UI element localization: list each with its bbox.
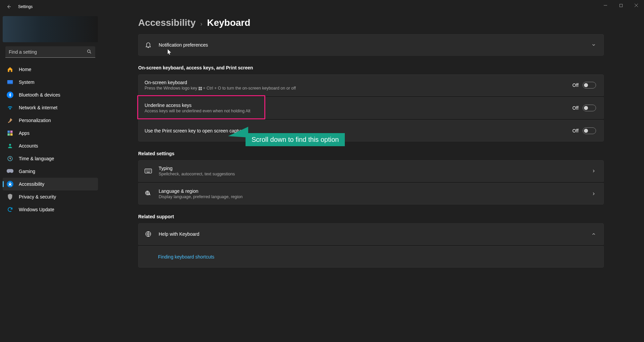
- onscreen-keyboard-row[interactable]: On-screen keyboard Press the Windows log…: [138, 74, 604, 96]
- nav-list: Home System Bluetooth & devices Network …: [3, 63, 98, 216]
- row-subtitle: Display language, preferred language, re…: [159, 194, 591, 199]
- windows-logo-icon: [199, 87, 202, 90]
- minimize-button[interactable]: [598, 0, 613, 11]
- row-title: On-screen keyboard: [145, 80, 573, 85]
- row-title: Notification preferences: [159, 42, 591, 48]
- svg-rect-13: [199, 89, 200, 90]
- bluetooth-icon: [7, 92, 13, 98]
- wifi-icon: [7, 104, 13, 111]
- svg-rect-3: [7, 84, 13, 84]
- maximize-button[interactable]: [613, 0, 629, 11]
- sidebar: Home System Bluetooth & devices Network …: [0, 13, 101, 216]
- onscreen-keyboard-toggle[interactable]: [583, 82, 596, 89]
- svg-rect-7: [10, 133, 13, 136]
- nav-label: Home: [19, 67, 31, 72]
- bell-icon: [145, 41, 152, 49]
- nav-label: Time & language: [19, 156, 54, 161]
- section-heading-support: Related support: [138, 214, 604, 219]
- update-icon: [7, 206, 13, 213]
- print-screen-toggle[interactable]: [583, 127, 596, 134]
- underline-access-keys-toggle[interactable]: [583, 105, 596, 111]
- nav-item-bluetooth[interactable]: Bluetooth & devices: [3, 89, 98, 101]
- search-input[interactable]: [5, 46, 95, 58]
- system-icon: [7, 79, 13, 86]
- clock-globe-icon: [7, 155, 13, 162]
- finding-shortcuts-link[interactable]: Finding keyboard shortcuts: [158, 254, 214, 260]
- row-title: Language & region: [159, 188, 591, 194]
- nav-label: Apps: [19, 130, 30, 136]
- nav-item-accounts[interactable]: Accounts: [3, 139, 98, 152]
- nav-item-gaming[interactable]: Gaming: [3, 165, 98, 178]
- notification-prefs-row[interactable]: Notification preferences: [138, 34, 604, 56]
- nav-item-personalization[interactable]: Personalization: [3, 114, 98, 127]
- row-title: Use the Print screen key to open screen …: [145, 128, 573, 133]
- nav-item-accessibility[interactable]: Accessibility: [3, 178, 98, 190]
- chevron-right-icon: [591, 191, 596, 196]
- toggle-state: Off: [573, 82, 579, 88]
- language-region-row[interactable]: Language & region Display language, pref…: [138, 183, 604, 205]
- annotation-callout: Scroll down to find this option: [246, 133, 345, 146]
- mouse-cursor: [168, 49, 172, 55]
- svg-rect-5: [10, 131, 13, 133]
- accessibility-icon: [7, 181, 13, 187]
- nav-item-apps[interactable]: Apps: [3, 127, 98, 139]
- nav-item-privacy[interactable]: Privacy & security: [3, 190, 98, 203]
- chevron-right-icon: [591, 169, 596, 173]
- apps-icon: [7, 130, 13, 136]
- svg-rect-15: [145, 169, 152, 173]
- gamepad-icon: [7, 168, 13, 175]
- search-field[interactable]: [5, 46, 95, 58]
- svg-rect-6: [8, 133, 10, 136]
- svg-rect-0: [620, 4, 622, 7]
- search-icon: [87, 49, 92, 54]
- window-title: Settings: [18, 4, 33, 9]
- svg-rect-2: [7, 80, 13, 84]
- nav-label: Network & internet: [19, 105, 57, 110]
- nav-item-network[interactable]: Network & internet: [3, 101, 98, 114]
- row-title: Typing: [159, 166, 591, 171]
- row-subtitle: Spellcheck, autocorrect, text suggestion…: [159, 172, 591, 176]
- window-controls: [598, 0, 644, 11]
- section-heading-onscreen: On-screen keyboard, access keys, and Pri…: [138, 65, 604, 70]
- row-title: Help with Keyboard: [159, 231, 591, 237]
- paintbrush-icon: [7, 117, 13, 124]
- nav-label: Accounts: [19, 143, 38, 149]
- main-content: Accessibility › Keyboard Notification pr…: [138, 17, 604, 269]
- svg-rect-4: [8, 131, 10, 133]
- settings-stack-1: On-screen keyboard Press the Windows log…: [138, 74, 604, 141]
- close-button[interactable]: [629, 0, 644, 11]
- nav-item-home[interactable]: Home: [3, 63, 98, 76]
- keyboard-icon: [145, 167, 152, 175]
- annotation-tail: [228, 127, 248, 137]
- chevron-down-icon: [591, 43, 596, 47]
- account-card[interactable]: [3, 16, 98, 42]
- support-stack: Help with Keyboard Finding keyboard shor…: [138, 223, 604, 268]
- nav-label: Privacy & security: [19, 194, 56, 199]
- svg-point-8: [9, 144, 11, 146]
- nav-item-update[interactable]: Windows Update: [3, 203, 98, 216]
- nav-label: Personalization: [19, 118, 51, 123]
- chevron-up-icon: [591, 232, 596, 236]
- shield-icon: [7, 193, 13, 200]
- nav-item-system[interactable]: System: [3, 76, 98, 89]
- home-icon: [7, 66, 13, 73]
- svg-rect-11: [199, 87, 200, 89]
- help-keyboard-row[interactable]: Help with Keyboard: [138, 223, 604, 245]
- back-button[interactable]: [5, 3, 13, 11]
- page-title: Keyboard: [207, 17, 250, 28]
- breadcrumb-parent[interactable]: Accessibility: [138, 17, 196, 28]
- nav-item-time[interactable]: Time & language: [3, 152, 98, 165]
- nav-label: Gaming: [19, 169, 35, 174]
- title-bar: Settings: [0, 0, 644, 13]
- person-icon: [7, 142, 13, 149]
- typing-row[interactable]: Typing Spellcheck, autocorrect, text sug…: [138, 160, 604, 182]
- row-subtitle: Press the Windows logo key + Ctrl + O to…: [145, 86, 573, 91]
- print-screen-row[interactable]: Use the Print screen key to open screen …: [138, 120, 604, 141]
- language-icon: [145, 190, 152, 197]
- underline-access-keys-row[interactable]: Underline access keys Access keys will b…: [138, 97, 604, 119]
- nav-label: Windows Update: [19, 207, 54, 212]
- globe-icon: [145, 230, 152, 238]
- related-stack: Typing Spellcheck, autocorrect, text sug…: [138, 160, 604, 205]
- svg-point-1: [88, 50, 90, 53]
- nav-label: Accessibility: [19, 181, 44, 187]
